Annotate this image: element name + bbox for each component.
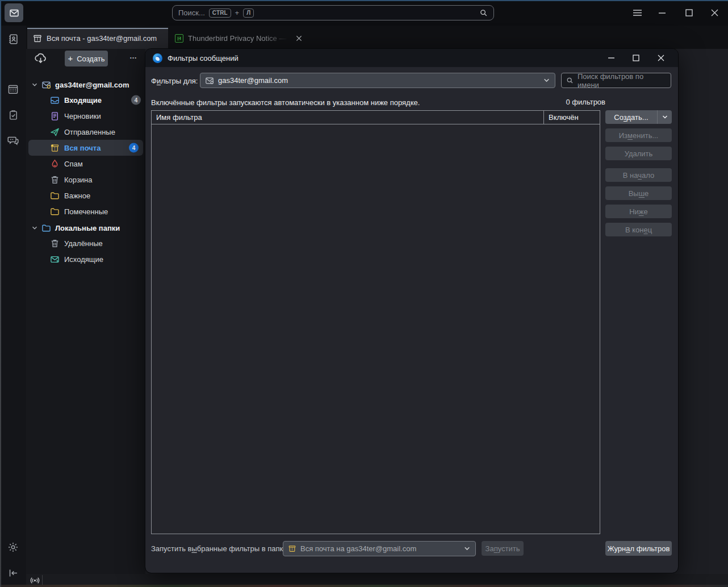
chevron-down-icon[interactable] (31, 81, 38, 88)
folder-label: Исходящие (64, 255, 103, 264)
account-name: gas34ter@gmail.com (55, 81, 129, 89)
archive-box-icon (288, 544, 296, 553)
folder-icon (50, 207, 60, 217)
local-folders-row[interactable]: Локальные папки (26, 220, 145, 235)
dialog-title: Фильтры сообщений (168, 54, 239, 63)
settings-button[interactable] (6, 540, 20, 554)
window-close-button[interactable] (706, 7, 722, 19)
chat-icon (7, 135, 19, 146)
app-menu-button[interactable] (629, 7, 645, 19)
folder-label: Помеченные (64, 207, 108, 216)
address-book-icon (7, 34, 19, 45)
folder-row-deleted[interactable]: Удалённые (26, 235, 145, 251)
dialog-titlebar[interactable]: Фильтры сообщений (145, 49, 678, 67)
dialog-minimize-button[interactable] (599, 49, 624, 67)
run-filters-label: Запустить выбранные фильтры в папке: (151, 544, 289, 553)
trash-icon (50, 175, 60, 185)
global-search-placeholder: Поиск... (178, 9, 205, 17)
folder-row-trash[interactable]: Корзина (26, 172, 145, 188)
folder-label: Отправленные (64, 128, 115, 136)
trash-icon (50, 239, 60, 248)
create-filter-button[interactable]: Создать... (605, 110, 672, 124)
column-enabled[interactable]: Включён (543, 111, 600, 124)
privacy-page-favicon (175, 34, 183, 43)
chevron-down-icon (543, 77, 550, 84)
space-tasks-button[interactable] (6, 108, 20, 122)
selected-account: gas34ter@gmail.com (218, 76, 288, 85)
folder-pane: + Создать … gas34ter@gmail.com (26, 49, 145, 574)
main-titlebar: Поиск... CTRL + Л (0, 0, 728, 26)
inbox-icon (50, 95, 60, 105)
window-minimize-button[interactable] (654, 7, 670, 19)
filter-search-input[interactable]: Поиск фильтров по имени (561, 73, 671, 88)
folder-row-inbox[interactable]: Входящие 4 (26, 92, 145, 108)
tab-bar: Вся почта - gas34ter@gmail.com Thunderbi… (26, 26, 728, 49)
filters-account-dropdown[interactable]: gas34ter@gmail.com (200, 73, 555, 88)
spaces-toolbar (0, 26, 26, 587)
tab-label: Thunderbird Privacy Notice — Mozi (188, 34, 290, 43)
folder-row-spam[interactable]: Спам (26, 156, 145, 172)
dialog-maximize-button[interactable] (624, 49, 648, 67)
tab-label: Вся почта - gas34ter@gmail.com (47, 34, 157, 43)
folder-label: Важное (64, 191, 90, 200)
flame-icon (50, 159, 60, 169)
tab-privacy-notice[interactable]: Thunderbird Privacy Notice — Mozi (170, 28, 312, 49)
sent-icon (50, 127, 60, 137)
column-filter-name[interactable]: Имя фильтра (152, 113, 543, 122)
run-now-button[interactable]: Запустить (482, 541, 524, 556)
space-mail-button[interactable] (5, 3, 23, 22)
search-icon (566, 77, 574, 84)
folder-row-sent[interactable]: Отправленные (26, 124, 145, 140)
folder-row-starred[interactable]: Помеченные (26, 203, 145, 219)
desktop-edge-strip (0, 585, 728, 587)
window-left-accent (0, 0, 1, 587)
space-chat-button[interactable] (6, 134, 20, 147)
move-to-bottom-button[interactable]: В конец (605, 223, 672, 236)
window-maximize-button[interactable] (681, 7, 697, 19)
global-search-bar[interactable]: Поиск... CTRL + Л (172, 5, 494, 20)
dialog-close-button[interactable] (648, 49, 673, 67)
unread-badge: 4 (131, 95, 141, 105)
account-mail-icon (41, 80, 51, 90)
run-folder-value: Вся почта на gas34ter@gmail.com (300, 544, 416, 553)
edit-filter-button[interactable]: Изменить... (605, 128, 672, 142)
chevron-down-icon[interactable] (31, 224, 38, 231)
create-filter-label[interactable]: Создать... (605, 110, 657, 124)
move-down-button[interactable]: Ниже (605, 205, 672, 218)
local-folders-name: Локальные папки (55, 224, 120, 232)
thunderbird-window: Поиск... CTRL + Л (0, 0, 728, 587)
folder-row-outbox[interactable]: Исходящие (26, 251, 145, 267)
account-row[interactable]: gas34ter@gmail.com (26, 77, 145, 92)
filter-list[interactable]: Имя фильтра Включён (151, 110, 600, 534)
unread-badge: 4 (129, 143, 139, 153)
compose-button[interactable]: + Создать (65, 51, 108, 66)
filter-list-header: Имя фильтра Включён (152, 111, 600, 124)
filters-count: 0 фильтров (566, 98, 605, 106)
tab-all-mail[interactable]: Вся почта - gas34ter@gmail.com (27, 28, 168, 49)
get-messages-button[interactable] (34, 52, 47, 65)
thunderbird-logo-icon (153, 53, 162, 63)
folder-row-drafts[interactable]: Черновики (26, 108, 145, 124)
move-to-top-button[interactable]: В начало (605, 168, 672, 182)
folder-row-important[interactable]: Важное (26, 188, 145, 203)
filter-log-button[interactable]: Журнал фильтров (605, 541, 672, 556)
collapse-spaces-button[interactable] (6, 566, 20, 580)
message-filters-dialog: Фильтры сообщений Фильтры для: (145, 49, 678, 573)
space-calendar-button[interactable] (6, 82, 20, 96)
folder-label: Корзина (64, 176, 93, 184)
folder-pane-options-button[interactable]: … (129, 52, 137, 60)
archive-box-icon (33, 34, 42, 43)
create-filter-dropdown-button[interactable] (658, 110, 672, 124)
calendar-icon (7, 84, 19, 95)
minimize-icon (658, 12, 666, 14)
plus-icon: + (68, 53, 73, 63)
tab-close-icon[interactable] (296, 35, 302, 41)
move-up-button[interactable]: Выше (605, 186, 672, 200)
space-addressbook-button[interactable] (6, 32, 20, 46)
collapse-left-icon (8, 568, 19, 578)
delete-filter-button[interactable]: Удалить (605, 147, 672, 160)
run-folder-dropdown[interactable]: Вся почта на gas34ter@gmail.com (283, 541, 476, 556)
chevron-down-icon (463, 545, 471, 552)
folder-row-all-mail[interactable]: Вся почта 4 (28, 140, 143, 156)
compose-label: Создать (77, 55, 104, 63)
